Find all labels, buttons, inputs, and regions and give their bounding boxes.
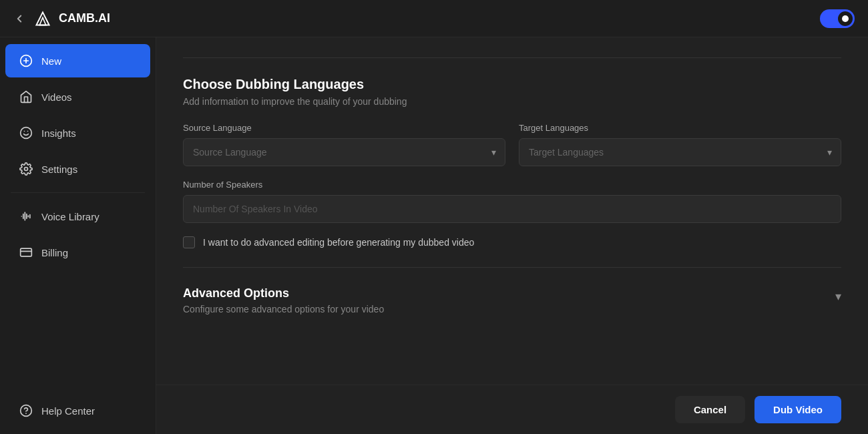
plus-circle-icon	[19, 53, 33, 68]
svg-marker-1	[39, 17, 46, 25]
advanced-editing-label: I want to do advanced editing before gen…	[203, 237, 474, 248]
speakers-input[interactable]	[183, 195, 841, 223]
sidebar-item-settings[interactable]: Settings	[5, 152, 150, 186]
advanced-options-text: Advanced Options Configure some advanced…	[183, 286, 384, 314]
advanced-editing-checkbox-row: I want to do advanced editing before gen…	[183, 236, 841, 248]
sidebar-item-videos[interactable]: Videos	[5, 80, 150, 114]
sidebar-item-help-center[interactable]: Help Center	[5, 394, 150, 427]
sidebar-label-billing: Billing	[41, 247, 68, 258]
logo-icon	[32, 8, 53, 29]
sidebar: New Videos Insights	[0, 37, 156, 434]
sidebar-item-insights[interactable]: Insights	[5, 116, 150, 150]
advanced-options-header[interactable]: Advanced Options Configure some advanced…	[183, 286, 841, 314]
source-language-group: Source Language Source Language Auto Det…	[183, 123, 505, 166]
help-circle-icon	[19, 403, 33, 418]
section-title: Choose Dubbing Languages	[183, 77, 841, 92]
content-inner: Choose Dubbing Languages Add information…	[156, 37, 868, 385]
sidebar-label-videos: Videos	[41, 91, 72, 103]
target-languages-label: Target Languages	[519, 123, 841, 133]
waveform-icon	[19, 209, 33, 224]
sidebar-item-voice-library[interactable]: Voice Library	[5, 200, 150, 233]
section-subtitle: Add information to improve the quality o…	[183, 96, 841, 107]
cancel-button[interactable]: Cancel	[675, 396, 745, 423]
card-icon	[19, 245, 33, 260]
speakers-group: Number of Speakers	[183, 180, 841, 223]
advanced-options-title: Advanced Options	[183, 286, 384, 300]
svg-point-5	[21, 128, 32, 139]
dub-video-button[interactable]: Dub Video	[754, 396, 841, 423]
footer: Cancel Dub Video	[156, 385, 868, 434]
main-layout: New Videos Insights	[0, 37, 868, 434]
speakers-label: Number of Speakers	[183, 180, 841, 190]
topbar-left: CAMB.AI	[13, 8, 110, 29]
target-languages-group: Target Languages Target Languages Englis…	[519, 123, 841, 166]
theme-toggle[interactable]	[820, 9, 855, 28]
advanced-editing-checkbox[interactable]	[183, 236, 195, 248]
source-language-wrapper: Source Language Auto Detect English Span…	[183, 138, 505, 166]
sidebar-item-billing[interactable]: Billing	[5, 236, 150, 269]
source-language-select[interactable]: Source Language Auto Detect English Span…	[183, 138, 505, 166]
sidebar-label-settings: Settings	[41, 164, 77, 175]
sidebar-item-new[interactable]: New	[5, 44, 150, 77]
sidebar-spacer	[0, 270, 156, 393]
advanced-options-chevron-icon: ▾	[835, 289, 841, 304]
sidebar-label-new: New	[41, 55, 61, 67]
chart-circle-icon	[19, 126, 33, 140]
sidebar-label-help-center: Help Center	[41, 405, 95, 417]
logo-text: CAMB.AI	[59, 11, 110, 25]
settings-icon	[19, 162, 33, 176]
target-languages-wrapper: Target Languages English Spanish French …	[519, 138, 841, 166]
topbar: CAMB.AI	[0, 0, 868, 37]
toggle-knob	[838, 11, 853, 26]
svg-point-8	[25, 168, 28, 171]
logo: CAMB.AI	[32, 8, 110, 29]
sidebar-divider	[11, 192, 145, 193]
sidebar-label-insights: Insights	[41, 128, 76, 139]
theme-toggle-container	[820, 9, 855, 28]
target-languages-select[interactable]: Target Languages English Spanish French …	[519, 138, 841, 166]
advanced-options-section: Advanced Options Configure some advanced…	[183, 267, 841, 314]
source-language-label: Source Language	[183, 123, 505, 133]
sidebar-label-voice-library: Voice Library	[41, 211, 99, 222]
language-row: Source Language Source Language Auto Det…	[183, 123, 841, 166]
svg-rect-15	[21, 248, 32, 256]
content-area: Choose Dubbing Languages Add information…	[156, 37, 868, 434]
dubbing-languages-section: Choose Dubbing Languages Add information…	[183, 57, 841, 248]
back-button[interactable]	[13, 13, 25, 25]
home-icon	[19, 89, 33, 104]
advanced-options-subtitle: Configure some advanced options for your…	[183, 304, 384, 314]
